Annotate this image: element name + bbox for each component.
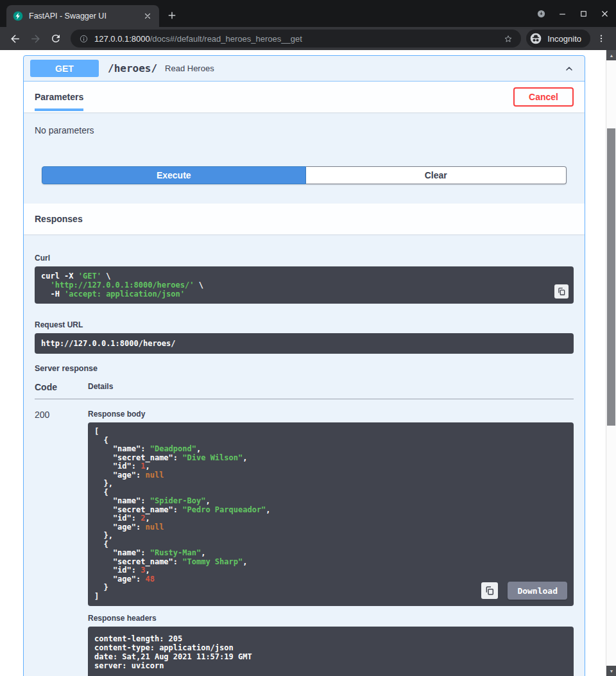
tab-strip: FastAPI - Swagger UI <box>0 0 616 27</box>
parameters-title: Parameters <box>35 92 83 102</box>
url-text: 127.0.0.1:8000/docs#/default/read_heroes… <box>94 34 497 44</box>
responses-table-header: Code Details <box>35 382 574 399</box>
new-tab-button[interactable] <box>163 6 181 24</box>
response-body-label: Response body <box>88 410 574 419</box>
execute-button[interactable]: Execute <box>42 166 306 184</box>
responses-header: Responses <box>24 204 585 234</box>
status-code: 200 <box>35 410 88 676</box>
bookmark-star-icon[interactable] <box>503 33 513 44</box>
response-headers-code: content-length: 205content-type: applica… <box>94 634 567 670</box>
incognito-icon <box>529 32 542 45</box>
curl-code-block: curl -X 'GET' \ 'http://127.0.0.1:8000/h… <box>35 266 574 304</box>
code-column-header: Code <box>35 382 88 392</box>
responses-title: Responses <box>35 214 83 224</box>
opblock-summary[interactable]: GET /heroes/ Read Heroes <box>24 56 585 82</box>
server-response-label: Server response <box>35 364 574 373</box>
request-url-label: Request URL <box>35 320 574 329</box>
response-body-actions: Download <box>481 582 567 600</box>
browser-menu-icon[interactable] <box>592 29 611 48</box>
response-body-code: [ { "name": "Deadpond", "secret_name": "… <box>94 428 567 601</box>
page-content: GET /heroes/ Read Heroes Parameters Canc… <box>0 50 606 676</box>
curl-code: curl -X 'GET' \ 'http://127.0.0.1:8000/h… <box>41 272 567 299</box>
fastapi-favicon-icon <box>13 11 23 21</box>
browser-toolbar: 127.0.0.1:8000/docs#/default/read_heroes… <box>0 27 616 50</box>
execute-button-group: Execute Clear <box>35 166 574 204</box>
collapse-chevron-icon[interactable] <box>564 64 574 74</box>
browser-tab[interactable]: FastAPI - Swagger UI <box>6 5 159 27</box>
response-row-200: 200 Response body [ { "name": "Deadpond"… <box>35 399 574 676</box>
page-scrollbar[interactable]: ▲ ▼ <box>606 50 616 676</box>
scrollbar-up-arrow[interactable]: ▲ <box>606 50 616 60</box>
request-url-value: http://127.0.0.1:8000/heroes/ <box>41 339 176 348</box>
forward-button[interactable] <box>26 29 45 48</box>
no-parameters-text: No parameters <box>35 112 574 166</box>
url-host: 127.0.0.1:8000 <box>94 34 150 44</box>
response-headers-block: content-length: 205content-type: applica… <box>88 627 574 676</box>
incognito-label: Incognito <box>547 34 581 44</box>
address-bar[interactable]: 127.0.0.1:8000/docs#/default/read_heroes… <box>71 30 521 48</box>
scrollbar-thumb[interactable] <box>607 128 615 426</box>
incognito-badge[interactable]: Incognito <box>526 30 590 48</box>
scrollbar-down-arrow[interactable]: ▼ <box>606 666 616 676</box>
clear-button[interactable]: Clear <box>306 166 567 184</box>
browser-window: FastAPI - Swagger UI <box>0 0 616 676</box>
response-headers-label: Response headers <box>88 614 574 623</box>
reload-button[interactable] <box>46 29 65 48</box>
response-body-block: [ { "name": "Deadpond", "secret_name": "… <box>88 422 574 606</box>
site-info-icon[interactable] <box>78 33 89 44</box>
endpoint-path: /heroes/ <box>108 62 157 74</box>
maximize-button[interactable] <box>578 8 588 19</box>
parameters-body: No parameters Execute Clear <box>24 112 585 204</box>
details-column-header: Details <box>88 382 574 392</box>
window-controls <box>536 0 610 27</box>
parameters-header: Parameters Cancel <box>24 82 585 112</box>
responses-body: Curl curl -X 'GET' \ 'http://127.0.0.1:8… <box>24 234 585 676</box>
method-badge: GET <box>30 60 99 77</box>
url-path: /docs#/default/read_heroes_heroes__get <box>150 34 302 44</box>
opblock-get-heroes: GET /heroes/ Read Heroes Parameters Canc… <box>23 55 585 676</box>
copy-response-button[interactable] <box>481 582 498 599</box>
window-close-button[interactable] <box>599 8 610 19</box>
browser-update-icon[interactable] <box>536 8 546 19</box>
tab-close-icon[interactable] <box>142 11 153 21</box>
back-button[interactable] <box>5 29 24 48</box>
minimize-button[interactable] <box>557 8 567 19</box>
copy-curl-button[interactable] <box>554 284 569 299</box>
endpoint-summary: Read Heroes <box>165 64 564 73</box>
tab-title: FastAPI - Swagger UI <box>29 12 137 21</box>
download-button[interactable]: Download <box>508 582 567 600</box>
cancel-button[interactable]: Cancel <box>513 87 574 107</box>
request-url-block: http://127.0.0.1:8000/heroes/ <box>35 333 574 354</box>
curl-label: Curl <box>35 254 574 263</box>
